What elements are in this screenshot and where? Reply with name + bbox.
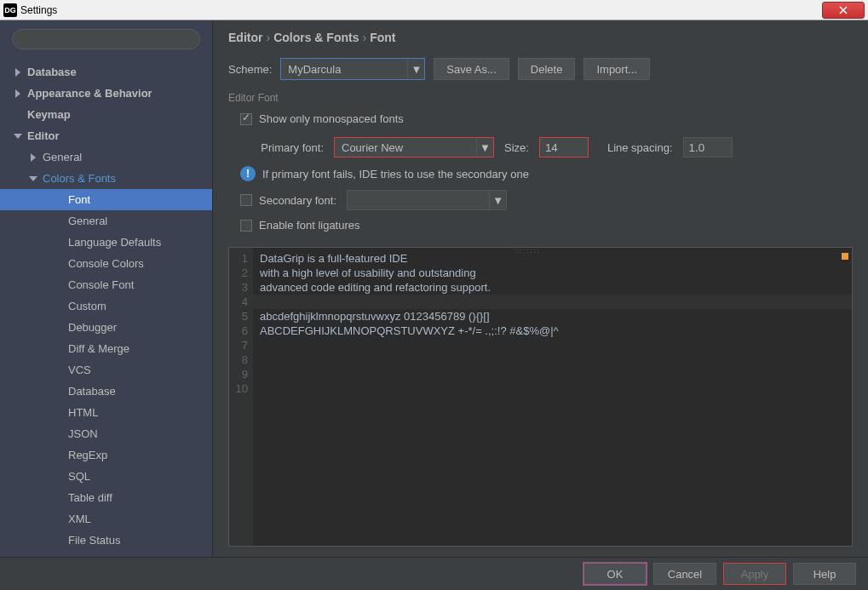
tree-item-database[interactable]: Database <box>0 381 212 402</box>
ligatures-row[interactable]: Enable font ligatures <box>240 219 853 232</box>
resize-grip[interactable]: ::::::: <box>515 247 541 255</box>
primary-font-label: Primary font: <box>254 141 324 154</box>
settings-pane: Editor›Colors & Fonts›Font Scheme: MyDar… <box>213 20 868 557</box>
chevron-right-icon <box>29 152 39 163</box>
chevron-down-icon: ▼ <box>407 59 424 79</box>
apply-button[interactable]: Apply <box>723 563 786 585</box>
tree-item-general[interactable]: General <box>0 146 212 168</box>
size-input[interactable] <box>539 137 589 158</box>
delete-button[interactable]: Delete <box>518 58 576 80</box>
chevron-down-icon <box>14 131 24 141</box>
tree-item-xml[interactable]: XML <box>0 508 212 530</box>
settings-search-input[interactable] <box>12 29 200 49</box>
size-label: Size: <box>504 141 529 154</box>
chevron-down-icon: ▼ <box>489 191 506 209</box>
app-icon: DG <box>3 3 17 17</box>
chevron-down-icon: ▼ <box>476 138 493 157</box>
secondary-font-combobox[interactable]: ▼ <box>347 190 507 210</box>
chevron-down-icon <box>29 174 39 184</box>
tree-item-colors-fonts[interactable]: Colors & Fonts <box>0 168 212 189</box>
settings-tree[interactable]: DatabaseAppearance & BehaviorKeymapEdito… <box>0 58 212 557</box>
tree-item-json[interactable]: JSON <box>0 423 212 444</box>
scheme-label: Scheme: <box>228 63 272 76</box>
close-button[interactable] <box>822 2 865 19</box>
font-preview: ::::::: 12345678910 DataGrip is a full-f… <box>228 247 853 547</box>
show-mono-checkbox[interactable] <box>240 113 252 125</box>
tree-item-console-font[interactable]: Console Font <box>0 274 212 295</box>
show-mono-row[interactable]: Show only monospaced fonts <box>240 112 853 125</box>
tree-item-debugger[interactable]: Debugger <box>0 317 212 338</box>
line-spacing-label: Line spacing: <box>607 141 673 154</box>
tree-item-custom[interactable]: Custom <box>0 295 212 317</box>
save-as-button[interactable]: Save As... <box>434 58 509 80</box>
ok-button[interactable]: OK <box>583 563 647 585</box>
tree-item-keymap[interactable]: Keymap <box>0 104 212 125</box>
settings-sidebar: DatabaseAppearance & BehaviorKeymapEdito… <box>0 20 213 557</box>
tree-item-appearance-behavior[interactable]: Appearance & Behavior <box>0 83 212 104</box>
tree-item-language-defaults[interactable]: Language Defaults <box>0 232 212 253</box>
import-button[interactable]: Import... <box>583 58 650 80</box>
tree-item-diff-merge[interactable]: Diff & Merge <box>0 338 212 359</box>
editor-font-group: Editor Font <box>228 92 853 104</box>
tree-item-regexp[interactable]: RegExp <box>0 444 212 466</box>
help-button[interactable]: Help <box>793 563 856 585</box>
tree-item-table-diff[interactable]: Table diff <box>0 487 212 508</box>
dialog-button-bar: OK Cancel Apply Help <box>0 557 868 590</box>
tree-item-sql[interactable]: SQL <box>0 466 212 487</box>
chevron-right-icon <box>14 67 24 77</box>
scheme-combobox[interactable]: MyDarcula ▼ <box>280 58 425 80</box>
chevron-right-icon <box>14 89 24 99</box>
tree-item-vcs[interactable]: VCS <box>0 359 212 381</box>
primary-font-combobox[interactable]: Courier New ▼ <box>334 137 494 158</box>
tree-item-editor[interactable]: Editor <box>0 125 212 146</box>
secondary-font-checkbox[interactable] <box>240 194 252 206</box>
tree-item-font[interactable]: Font <box>0 189 212 210</box>
line-spacing-input[interactable] <box>683 137 733 158</box>
secondary-font-row[interactable]: Secondary font: ▼ <box>240 190 853 210</box>
ligatures-checkbox[interactable] <box>240 220 252 232</box>
cancel-button[interactable]: Cancel <box>653 563 716 585</box>
tree-item-html[interactable]: HTML <box>0 402 212 423</box>
tree-item-general[interactable]: General <box>0 210 212 232</box>
tree-item-database[interactable]: Database <box>0 61 212 83</box>
info-icon: ! <box>240 166 256 181</box>
window-title: Settings <box>20 4 57 16</box>
breadcrumb: Editor›Colors & Fonts›Font <box>228 31 853 44</box>
marker-icon <box>842 253 848 260</box>
title-bar: DG Settings <box>0 0 868 20</box>
tree-item-console-colors[interactable]: Console Colors <box>0 253 212 274</box>
tree-item-file-status[interactable]: File Status <box>0 530 212 551</box>
